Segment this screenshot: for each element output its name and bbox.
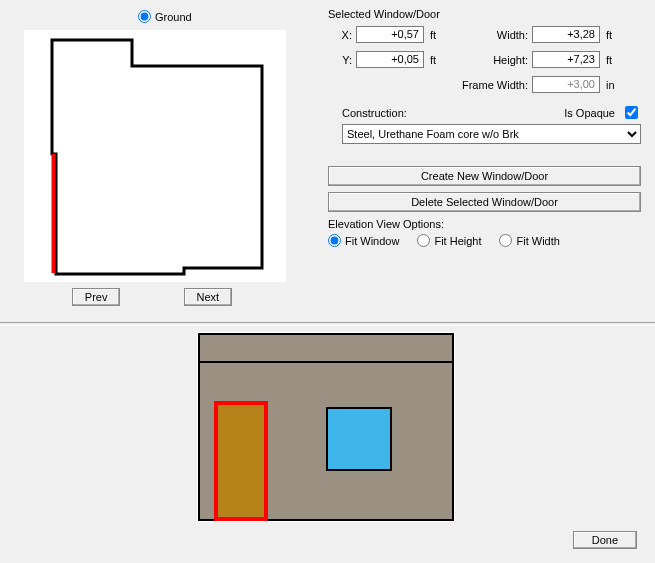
- floor-radio-group: Ground: [138, 10, 192, 23]
- fit-height-label: Fit Height: [434, 235, 481, 247]
- construction-select[interactable]: Steel, Urethane Foam core w/o Brk: [342, 124, 641, 144]
- fit-window-label: Fit Window: [345, 235, 399, 247]
- is-opaque-label: Is Opaque: [564, 107, 615, 119]
- floor-outline: [52, 40, 262, 274]
- y-input[interactable]: [356, 51, 424, 68]
- fit-width-radio[interactable]: [499, 234, 512, 247]
- selected-window-door-title: Selected Window/Door: [328, 8, 641, 20]
- done-button[interactable]: Done: [573, 531, 637, 549]
- delete-window-door-button[interactable]: Delete Selected Window/Door: [328, 192, 641, 212]
- fit-window-radio[interactable]: [328, 234, 341, 247]
- width-unit: ft: [606, 29, 620, 41]
- x-label: X:: [328, 29, 356, 41]
- construction-label: Construction:: [342, 107, 407, 119]
- horizontal-separator: [0, 322, 655, 326]
- floor-radio-ground-label: Ground: [155, 11, 192, 23]
- framewidth-unit: in: [606, 79, 620, 91]
- elevation-view[interactable]: [197, 332, 455, 522]
- elevation-view-options: Fit Window Fit Height Fit Width: [328, 234, 641, 247]
- plan-view[interactable]: [24, 30, 286, 282]
- next-button[interactable]: Next: [184, 288, 233, 306]
- x-unit: ft: [430, 29, 444, 41]
- elevation-view-options-title: Elevation View Options:: [328, 218, 641, 230]
- height-unit: ft: [606, 54, 620, 66]
- x-input[interactable]: [356, 26, 424, 43]
- width-label: Width:: [452, 29, 532, 41]
- position-size-grid: X: ft Width: ft Y: ft Height: ft Frame W…: [328, 26, 641, 93]
- elevation-window[interactable]: [327, 408, 391, 470]
- fit-height-radio[interactable]: [417, 234, 430, 247]
- elevation-door-selected[interactable]: [216, 403, 266, 519]
- create-window-door-button[interactable]: Create New Window/Door: [328, 166, 641, 186]
- height-input[interactable]: [532, 51, 600, 68]
- prev-button[interactable]: Prev: [72, 288, 121, 306]
- is-opaque-checkbox[interactable]: [625, 106, 638, 119]
- fit-width-label: Fit Width: [516, 235, 559, 247]
- width-input[interactable]: [532, 26, 600, 43]
- y-label: Y:: [328, 54, 356, 66]
- framewidth-input: [532, 76, 600, 93]
- height-label: Height:: [452, 54, 532, 66]
- y-unit: ft: [430, 54, 444, 66]
- framewidth-label: Frame Width:: [452, 79, 532, 91]
- floor-radio-ground[interactable]: [138, 10, 151, 23]
